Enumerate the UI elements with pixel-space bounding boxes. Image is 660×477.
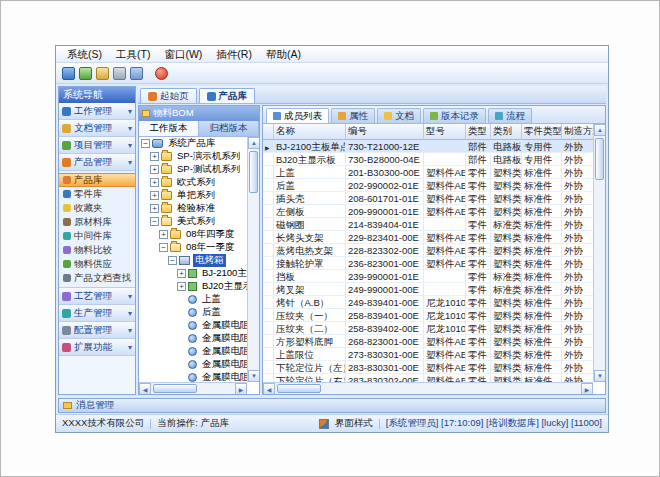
detail-tab[interactable]: 版本记录 xyxy=(423,108,486,123)
tree-node[interactable]: + SP-测试机系列 xyxy=(139,163,247,176)
detail-tab[interactable]: 文档 xyxy=(377,108,421,123)
tree-node[interactable]: 金属膜电阻器 xyxy=(139,319,247,332)
message-bar[interactable]: 消息管理 xyxy=(58,398,606,413)
nav-item[interactable]: 原材料库 xyxy=(59,215,135,229)
menu-item[interactable]: 系统(S) xyxy=(60,47,109,62)
nav-item[interactable]: 物料供应 xyxy=(59,257,135,271)
nav-group-header[interactable]: 文档管理 ▾ xyxy=(59,120,135,137)
detail-tab[interactable]: 成员列表 xyxy=(266,108,329,123)
table-row[interactable]: 长烤头支架 229-823401-00E 塑料件ABS 零件 塑料类 标准件 外… xyxy=(263,231,593,244)
nav-group-header[interactable]: 扩展功能 ▾ xyxy=(59,339,135,356)
scrollbar-track[interactable] xyxy=(275,383,581,394)
tree-node[interactable]: + 单把系列 xyxy=(139,189,247,202)
scroll-down-button[interactable]: ▼ xyxy=(248,370,260,382)
column-header[interactable]: 名称 xyxy=(274,124,346,140)
tree-toggle[interactable]: + xyxy=(177,282,186,291)
tree-node[interactable]: − 美式系列 xyxy=(139,215,247,228)
tree-vertical-scrollbar[interactable]: ▲ ▼ xyxy=(247,137,259,382)
scrollbar-thumb[interactable] xyxy=(595,138,604,180)
detail-tab[interactable]: 流程 xyxy=(488,108,532,123)
table-row[interactable]: 插头壳 208-601701-01E 塑料件ABS 零件 塑料类 标准件 外协 … xyxy=(263,192,593,205)
nav-group-header[interactable]: 生产管理 ▾ xyxy=(59,305,135,322)
tree-toggle[interactable]: − xyxy=(141,139,150,148)
nav-group-header[interactable]: 工艺管理 ▾ xyxy=(59,288,135,305)
nav-group-header[interactable]: 产品管理 ▾ xyxy=(59,154,135,171)
tree-toggle[interactable]: + xyxy=(159,230,168,239)
column-header[interactable]: 零件类型 xyxy=(522,124,562,140)
tree-horizontal-scrollbar[interactable]: ◀ ▶ xyxy=(139,382,247,394)
scroll-down-button[interactable]: ▼ xyxy=(594,370,606,382)
nav-item[interactable]: 产品文档查找 xyxy=(59,271,135,285)
tree-node[interactable]: + BJ-2100主板单点 xyxy=(139,267,247,280)
nav-group-header[interactable]: 配置管理 ▾ xyxy=(59,322,135,339)
tree-node[interactable]: 金属膜电阻器 xyxy=(139,358,247,371)
tree-toggle[interactable]: + xyxy=(150,204,159,213)
bom-version-tab[interactable]: 归档版本 xyxy=(199,121,259,136)
scroll-right-button[interactable]: ▶ xyxy=(235,383,247,395)
tree-node[interactable]: 后盖 xyxy=(139,306,247,319)
tree-node[interactable]: 金属膜电阻器 xyxy=(139,332,247,345)
tree-toggle[interactable]: + xyxy=(150,178,159,187)
toolbar-icon[interactable] xyxy=(79,67,92,80)
tree-toggle[interactable]: + xyxy=(150,191,159,200)
nav-item[interactable]: 零件库 xyxy=(59,187,135,201)
toolbar-icon[interactable] xyxy=(62,67,75,80)
nav-group-header[interactable]: 工作管理 ▾ xyxy=(59,103,135,120)
menu-item[interactable]: 插件(R) xyxy=(209,47,259,62)
tree-node[interactable]: − 电烤箱 xyxy=(139,254,247,267)
detail-tab[interactable]: 属性 xyxy=(331,108,375,123)
tree-node[interactable]: + 检验标准 xyxy=(139,202,247,215)
menu-item[interactable]: 帮助(A) xyxy=(259,47,308,62)
scroll-right-button[interactable]: ▶ xyxy=(581,383,593,395)
column-header[interactable]: 类别 xyxy=(491,124,522,140)
toolbar-icon[interactable] xyxy=(130,67,143,80)
table-row[interactable]: 压纹夹（一） 258-839401-00E 尼龙1010 零件 塑料类 标准件 … xyxy=(263,309,593,322)
table-row[interactable]: 上盖 201-B30300-00E 塑料件ABS 零件 塑料类 标准件 外协 条 xyxy=(263,166,593,179)
scroll-up-button[interactable]: ▲ xyxy=(594,124,606,136)
toolbar-icon[interactable] xyxy=(155,67,168,80)
table-row[interactable]: 左侧板 209-990001-01E 塑料件ABS 零件 塑料类 标准件 外协 … xyxy=(263,205,593,218)
scroll-left-button[interactable]: ◀ xyxy=(263,383,275,395)
toolbar-icon[interactable] xyxy=(113,67,126,80)
tree-toggle[interactable]: + xyxy=(150,165,159,174)
table-row[interactable]: 烤叉架 249-990001-00E 零件 标准类 标准件 外协 条 xyxy=(263,283,593,296)
tree-node[interactable]: 金属膜电阻器 xyxy=(139,371,247,382)
scrollbar-thumb[interactable] xyxy=(249,151,258,193)
scrollbar-thumb[interactable] xyxy=(153,384,197,393)
table-row[interactable]: 下轮定位片（左） 283-830301-00E 塑料件ABS 零件 塑料类 标准… xyxy=(263,361,593,374)
column-header[interactable]: 编号 xyxy=(346,124,424,140)
scrollbar-track[interactable] xyxy=(151,383,235,394)
bom-version-tab[interactable]: 工作版本 xyxy=(139,121,199,136)
table-vertical-scrollbar[interactable]: ▲ ▼ xyxy=(593,124,605,382)
table-row[interactable]: BJ20主显示板 730-B28000-04E 部件 电路板 专用件 外协 颗 xyxy=(263,153,593,166)
nav-item[interactable]: 收藏夹 xyxy=(59,201,135,215)
tree-node[interactable]: + 08年四季度 xyxy=(139,228,247,241)
table-row[interactable]: 上盖限位 273-830301-00E 塑料件ABS 零件 塑料类 标准件 外协… xyxy=(263,348,593,361)
column-header[interactable]: 类型 xyxy=(466,124,491,140)
table-row[interactable]: 后盖 202-990002-01E 塑料件ABS 零件 塑料类 标准件 外协 条 xyxy=(263,179,593,192)
menu-item[interactable]: 工具(T) xyxy=(109,47,157,62)
tree-node[interactable]: − 系统产品库 xyxy=(139,137,247,150)
nav-group-header[interactable]: 项目管理 ▾ xyxy=(59,137,135,154)
menu-item[interactable]: 窗口(W) xyxy=(157,47,209,62)
tree-node[interactable]: + BJ20主显示板 xyxy=(139,280,247,293)
tree-node[interactable]: + 欧式系列 xyxy=(139,176,247,189)
table-row[interactable]: 磁钢圈 214-839404-01E 零件 标准类 标准件 外协 条 xyxy=(263,218,593,231)
tree-toggle[interactable]: − xyxy=(150,217,159,226)
toolbar-icon[interactable] xyxy=(96,67,109,80)
tree-toggle[interactable]: − xyxy=(159,243,168,252)
column-header[interactable]: 型号 xyxy=(424,124,466,140)
scrollbar-thumb[interactable] xyxy=(277,384,321,393)
scrollbar-track[interactable] xyxy=(594,136,605,370)
scrollbar-track[interactable] xyxy=(248,149,259,370)
tree-node[interactable]: − 08年一季度 xyxy=(139,241,247,254)
nav-item[interactable]: 产品库 xyxy=(59,173,135,187)
column-header[interactable]: 制造方式 xyxy=(562,124,593,140)
table-row[interactable]: 蒸烤电热支架 228-823302-00E 塑料件ABS 零件 塑料类 标准件 … xyxy=(263,244,593,257)
table-row[interactable]: BJ-2100主板单点 730-T21000-12E 部件 电路板 专用件 外协… xyxy=(263,140,593,153)
nav-item[interactable]: 物料比较 xyxy=(59,243,135,257)
style-picker-icon[interactable] xyxy=(319,419,329,429)
style-label[interactable]: 界面样式 xyxy=(335,417,373,430)
table-row[interactable]: 烤针（A.B） 249-839401-00E 尼龙1010 零件 塑料类 标准件… xyxy=(263,296,593,309)
tree-node[interactable]: 金属膜电阻器 xyxy=(139,345,247,358)
